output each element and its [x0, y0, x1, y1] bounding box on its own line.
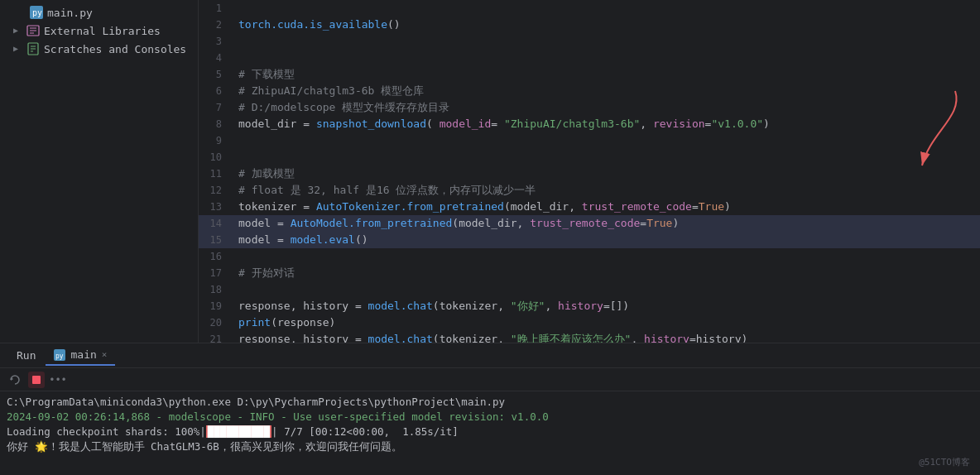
code-line-14: 14 model = AutoModel.from_pretrained(mod… — [199, 215, 980, 232]
code-editor[interactable]: 1 2 torch.cuda.is_available() 3 4 — [199, 0, 980, 343]
editor-area: 1 2 torch.cuda.is_available() 3 4 — [199, 0, 980, 343]
collapse-arrow-icon: ▶ — [13, 26, 23, 36]
code-line-17: 17 # 开始对话 — [199, 265, 980, 281]
code-line-19: 19 response, history = model.chat(tokeni… — [199, 298, 980, 314]
main-py-label: main.py — [47, 7, 93, 19]
console-output: C:\ProgramData\miniconda3\python.exe D:\… — [0, 391, 980, 475]
sidebar-item-scratches[interactable]: ▶ Scratches and Consoles — [0, 40, 198, 58]
console-toolbar: ••• — [0, 368, 980, 391]
more-options-button[interactable]: ••• — [50, 372, 66, 388]
bottom-tabs: Run py main × — [0, 343, 980, 368]
more-dots-icon: ••• — [49, 374, 67, 386]
scratches-icon — [26, 42, 40, 55]
svg-text:py: py — [55, 353, 64, 360]
code-line-2: 2 torch.cuda.is_available() — [199, 17, 980, 33]
python-tab-icon: py — [54, 349, 65, 361]
code-line-1: 1 — [199, 0, 980, 17]
svg-marker-13 — [11, 377, 13, 381]
code-line-4: 4 — [199, 50, 980, 66]
sidebar-item-external-libraries[interactable]: ▶ External Libraries — [0, 22, 198, 40]
tab-close-button[interactable]: × — [102, 349, 108, 360]
code-line-15: 15 model = model.eval() — [199, 232, 980, 248]
code-line-10: 10 — [199, 149, 980, 166]
tab-run[interactable]: Run — [7, 346, 46, 365]
scratches-label: Scratches and Consoles — [44, 43, 186, 55]
console-line-info: 2024-09-02 00:26:14,868 - modelscope - I… — [7, 410, 973, 425]
bottom-panel: Run py main × ••• C:\ProgramData\minic — [0, 343, 980, 475]
svg-rect-14 — [32, 376, 41, 384]
python-file-icon: py — [30, 6, 43, 19]
external-libraries-label: External Libraries — [44, 25, 161, 37]
console-line-progress: Loading checkpoint shards: 100%|████████… — [7, 425, 973, 439]
code-line-21: 21 response, history = model.chat(tokeni… — [199, 331, 980, 343]
code-line-18: 18 — [199, 281, 980, 298]
main-tab-label: main — [70, 348, 96, 361]
code-line-16: 16 — [199, 248, 980, 265]
tab-main[interactable]: py main × — [46, 345, 115, 366]
rerun-button[interactable] — [7, 372, 23, 388]
stop-icon — [31, 375, 41, 385]
code-line-6: 6 # ZhipuAI/chatglm3-6b 模型仓库 — [199, 83, 980, 99]
collapse-arrow-scratches-icon: ▶ — [13, 44, 23, 54]
code-line-20: 20 print(response) — [199, 314, 980, 331]
code-line-7: 7 # D:/modelscope 模型文件缓存存放目录 — [199, 99, 980, 116]
code-line-3: 3 — [199, 33, 980, 50]
console-line-chat: 你好 🌟！我是人工智能助手 ChatGLM3-6B，很高兴见到你，欢迎问我任何问… — [7, 439, 973, 454]
svg-text:py: py — [32, 8, 42, 17]
console-line-path: C:\ProgramData\miniconda3\python.exe D:\… — [7, 395, 973, 410]
editor-wrapper: 1 2 torch.cuda.is_available() 3 4 — [199, 0, 980, 343]
stop-button[interactable] — [28, 372, 45, 388]
code-line-9: 9 — [199, 132, 980, 149]
sidebar: py main.py ▶ External Libraries ▶ — [0, 0, 199, 343]
code-line-11: 11 # 加载模型 — [199, 166, 980, 182]
code-line-8: 8 model_dir = snapshot_download( model_i… — [199, 116, 980, 132]
library-icon — [26, 24, 40, 37]
code-line-5: 5 # 下载模型 — [199, 66, 980, 83]
sidebar-item-main-py[interactable]: py main.py — [0, 3, 198, 22]
rerun-icon — [9, 374, 21, 386]
code-line-13: 13 tokenizer = AutoTokenizer.from_pretra… — [199, 199, 980, 215]
progress-bar: ██████████ — [206, 425, 271, 438]
watermark: @51CTO博客 — [919, 456, 970, 468]
code-line-12: 12 # float 是 32, half 是16 位浮点数，内存可以减少一半 — [199, 182, 980, 199]
